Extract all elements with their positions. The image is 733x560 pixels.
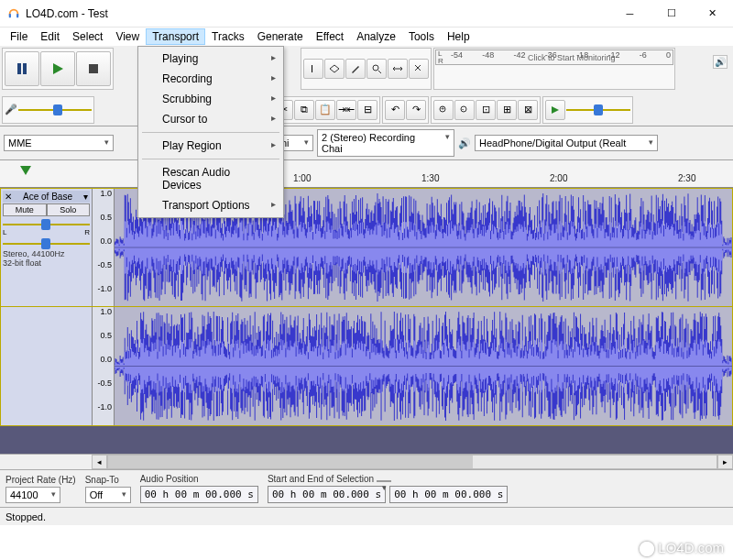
svg-rect-1 — [16, 13, 18, 16]
svg-line-7 — [378, 71, 381, 73]
trim-button[interactable]: ⇥⇤ — [336, 100, 356, 120]
snap-to-combo[interactable]: Off — [85, 487, 131, 503]
redo-button[interactable]: ↷ — [406, 100, 426, 120]
envelope-tool[interactable] — [324, 59, 345, 79]
project-rate-field: Project Rate (Hz) 44100 — [5, 475, 76, 503]
timeshift-tool[interactable] — [388, 59, 408, 79]
pan-slider[interactable] — [3, 236, 90, 247]
menu-select[interactable]: Select — [66, 28, 109, 45]
transport-controls — [2, 48, 114, 90]
audio-host-combo[interactable]: MME — [4, 135, 114, 151]
status-bar: Stopped. — [0, 507, 733, 525]
menu-effect[interactable]: Effect — [310, 28, 350, 45]
audio-position-input[interactable]: 00 h 00 m 00.000 s — [140, 486, 258, 503]
track-menu-icon[interactable]: ▾ — [83, 192, 88, 202]
scroll-left-button[interactable]: ◂ — [92, 455, 107, 469]
pause-button[interactable] — [5, 51, 39, 86]
snap-to-field: Snap-To Off — [85, 475, 131, 503]
recording-channels-combo[interactable]: 2 (Stereo) Recording Chai — [317, 129, 454, 157]
undo-button[interactable]: ↶ — [385, 100, 405, 120]
horizontal-scrollbar[interactable]: ◂ ▸ — [0, 454, 733, 469]
toolbar-area: I LR -54-48-42-36-18-12-60 Click to Star… — [0, 46, 733, 126]
multi-tool[interactable] — [409, 59, 429, 79]
menu-item-playing[interactable]: Playing — [140, 49, 281, 69]
selection-bar: Project Rate (Hz) 44100 Snap-To Off Audi… — [0, 469, 733, 507]
menu-help[interactable]: Help — [441, 28, 476, 45]
menu-tools[interactable]: Tools — [402, 28, 441, 45]
project-rate-combo[interactable]: 44100 — [5, 487, 60, 503]
fit-project-button[interactable]: ⊞ — [497, 100, 517, 120]
watermark: LO4D.com — [640, 540, 724, 556]
play-at-speed-button[interactable] — [545, 100, 565, 120]
track-control-panel: ✕Ace of Base▾ MuteSolo LR Stereo, 44100H… — [1, 189, 93, 306]
tools-toolbar: I — [301, 48, 432, 90]
play-meter-group: 🔊 — [713, 55, 728, 69]
mic-icon: 🎤 — [5, 104, 17, 115]
window-title: LO4D.com - Test — [26, 7, 108, 20]
menu-generate[interactable]: Generate — [251, 28, 310, 45]
menu-tracks[interactable]: Tracks — [205, 28, 251, 45]
paste-button[interactable]: 📋 — [315, 100, 335, 120]
solo-button[interactable]: Solo — [47, 203, 91, 216]
minimize-button[interactable]: ─ — [609, 0, 651, 27]
zoom-out-button[interactable]: - — [454, 100, 475, 120]
status-text: Stopped. — [5, 511, 46, 522]
menu-item-transport-options[interactable]: Transport Options — [140, 195, 281, 215]
selection-end-input[interactable]: 00 h 00 m 00.000 s — [389, 486, 508, 503]
zoom-toolbar: + - ⊡ ⊞ ⊠ — [431, 96, 541, 124]
record-meter[interactable]: LR -54-48-42-36-18-12-60 Click to Start … — [435, 49, 673, 65]
scroll-right-button[interactable]: ▸ — [717, 455, 733, 469]
copy-button[interactable]: ⧉ — [294, 100, 314, 120]
maximize-button[interactable]: ☐ — [651, 0, 692, 27]
draw-tool[interactable] — [345, 59, 366, 79]
fit-selection-button[interactable]: ⊡ — [476, 100, 496, 120]
selection-field: Start and End of Selection 00 h 00 m 00.… — [268, 474, 508, 503]
undo-toolbar: ↶ ↷ — [382, 96, 429, 124]
svg-rect-2 — [17, 63, 21, 74]
menu-file[interactable]: File — [4, 28, 34, 45]
stop-button[interactable] — [76, 51, 111, 86]
selection-start-input[interactable]: 00 h 00 m 00.000 s — [268, 486, 386, 503]
play-at-speed-group — [542, 96, 633, 124]
menu-view[interactable]: View — [109, 28, 146, 45]
silence-button[interactable]: ⊟ — [357, 100, 377, 120]
selection-tool[interactable]: I — [303, 59, 323, 79]
app-icon — [7, 6, 20, 21]
speaker-icon: 🔊 — [715, 57, 726, 67]
zoom-in-button[interactable]: + — [433, 100, 454, 120]
record-meter-group: LR -54-48-42-36-18-12-60 Click to Start … — [433, 48, 675, 90]
record-volume-slider[interactable] — [18, 103, 92, 117]
menu-analyze[interactable]: Analyze — [350, 28, 402, 45]
menu-bar: FileEditSelectViewTransportTracksGenerat… — [0, 27, 733, 46]
mic-slider-group: 🎤 — [2, 96, 94, 124]
play-button[interactable] — [40, 51, 75, 86]
close-button[interactable]: ✕ — [692, 0, 733, 27]
zoom-toggle-button[interactable]: ⊠ — [518, 100, 538, 120]
menu-edit[interactable]: Edit — [34, 28, 66, 45]
playhead-marker[interactable] — [20, 166, 31, 175]
edit-toolbar: ✂ ⧉ 📋 ⇥⇤ ⊟ — [270, 96, 380, 124]
device-toolbar: MME ni 2 (Stereo) Recording Chai 🔊 HeadP… — [0, 126, 733, 160]
svg-rect-3 — [23, 63, 27, 74]
selection-mode-combo[interactable] — [377, 480, 391, 482]
menu-item-cursor-to[interactable]: Cursor to — [140, 109, 281, 129]
audio-track: ✕Ace of Base▾ MuteSolo LR Stereo, 44100H… — [0, 188, 733, 307]
menu-transport[interactable]: Transport — [146, 28, 205, 45]
svg-text:I: I — [311, 63, 313, 74]
playback-speed-slider[interactable] — [566, 103, 630, 117]
transport-menu-dropdown: PlayingRecordingScrubbingCursor toPlay R… — [137, 46, 284, 218]
zoom-tool[interactable] — [366, 59, 387, 79]
track-close-icon[interactable]: ✕ — [5, 192, 12, 202]
menu-item-recording[interactable]: Recording — [140, 69, 281, 89]
waveform-channel-right[interactable]: 1.00.50.0-0.5-1.0 — [93, 307, 732, 425]
menu-item-scrubbing[interactable]: Scrubbing — [140, 89, 281, 109]
audio-track-ch2: 1.00.50.0-0.5-1.0 — [0, 307, 733, 426]
track-area: ✕Ace of Base▾ MuteSolo LR Stereo, 44100H… — [0, 188, 733, 454]
mute-button[interactable]: Mute — [3, 203, 47, 216]
timeline-ruler[interactable]: 1:001:302:002:303:00 — [0, 160, 733, 188]
gain-slider[interactable] — [3, 217, 90, 228]
menu-item-rescan-audio-devices[interactable]: Rescan Audio Devices — [140, 162, 281, 195]
playback-device-combo[interactable]: HeadPhone/Digital Output (Realt — [475, 135, 658, 151]
menu-item-play-region[interactable]: Play Region — [140, 136, 281, 156]
svg-text:+: + — [441, 105, 444, 112]
